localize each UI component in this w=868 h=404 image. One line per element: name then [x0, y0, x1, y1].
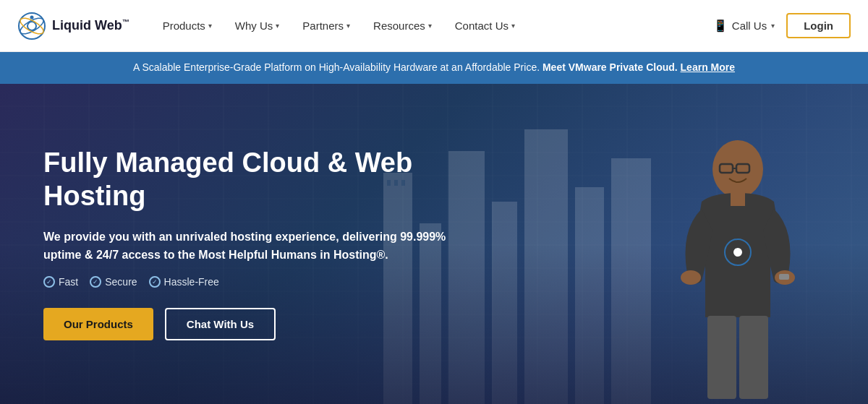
svg-rect-13 [575, 187, 604, 404]
svg-point-21 [681, 270, 701, 285]
feature-fast: ✓ Fast [43, 276, 78, 288]
chevron-down-icon: ▾ [771, 22, 775, 30]
logo-text: Liquid Web™ [52, 18, 129, 33]
announcement-banner: A Scalable Enterprise-Grade Platform on … [0, 52, 868, 84]
logo[interactable]: Liquid Web™ [17, 12, 129, 40]
phone-icon: 📱 [713, 19, 728, 33]
call-us-button[interactable]: 📱 Call Us ▾ [713, 19, 775, 33]
nav-item-resources[interactable]: Resources ▾ [363, 14, 442, 38]
svg-rect-24 [739, 316, 768, 399]
our-products-button[interactable]: Our Products [43, 308, 153, 340]
svg-point-1 [27, 22, 36, 30]
nav-item-contact[interactable]: Contact Us ▾ [445, 14, 525, 38]
chevron-down-icon: ▾ [346, 22, 350, 30]
chat-with-us-button[interactable]: Chat With Us [165, 308, 276, 340]
check-icon: ✓ [43, 276, 55, 288]
banner-text: A Scalable Enterprise-Grade Platform on … [133, 61, 540, 73]
nav-item-whyus[interactable]: Why Us ▾ [225, 14, 290, 38]
svg-rect-26 [779, 274, 789, 280]
hero-description: We provide you with an unrivaled hosting… [43, 228, 463, 265]
feature-hassle-free-label: Hassle-Free [164, 276, 219, 288]
feature-fast-label: Fast [59, 276, 78, 288]
nav-right: 📱 Call Us ▾ Login [713, 13, 851, 38]
svg-point-4 [30, 15, 34, 19]
chevron-down-icon: ▾ [276, 22, 279, 30]
chevron-down-icon: ▾ [428, 22, 432, 30]
login-button[interactable]: Login [786, 13, 851, 38]
chevron-down-icon: ▾ [511, 22, 515, 30]
hero-content: Fully Managed Cloud & Web Hosting We pro… [0, 147, 506, 340]
nav-item-products[interactable]: Products ▾ [153, 14, 222, 38]
check-icon: ✓ [90, 276, 101, 288]
svg-rect-14 [611, 158, 651, 404]
navbar: Liquid Web™ Products ▾ Why Us ▾ Partners… [0, 0, 868, 52]
nav-item-partners[interactable]: Partners ▾ [292, 14, 360, 38]
svg-rect-25 [731, 193, 745, 206]
feature-secure-label: Secure [105, 276, 137, 288]
banner-learn-more-link[interactable]: Learn More [681, 61, 735, 73]
feature-hassle-free: ✓ Hassle-Free [149, 276, 219, 288]
hero-section: Fully Managed Cloud & Web Hosting We pro… [0, 84, 868, 404]
hero-person-image [651, 129, 825, 404]
svg-rect-12 [524, 129, 568, 404]
feature-secure: ✓ Secure [90, 276, 137, 288]
check-icon: ✓ [149, 276, 161, 288]
logo-icon [17, 12, 46, 40]
hero-features: ✓ Fast ✓ Secure ✓ Hassle-Free [43, 276, 463, 288]
person-svg [651, 129, 825, 404]
chevron-down-icon: ▾ [208, 22, 212, 30]
nav-links: Products ▾ Why Us ▾ Partners ▾ Resources… [153, 14, 713, 38]
svg-rect-23 [707, 316, 736, 399]
svg-point-20 [733, 248, 742, 257]
hero-buttons: Our Products Chat With Us [43, 308, 463, 340]
hero-title: Fully Managed Cloud & Web Hosting [43, 147, 463, 212]
banner-bold: Meet VMware Private Cloud. [542, 61, 678, 73]
